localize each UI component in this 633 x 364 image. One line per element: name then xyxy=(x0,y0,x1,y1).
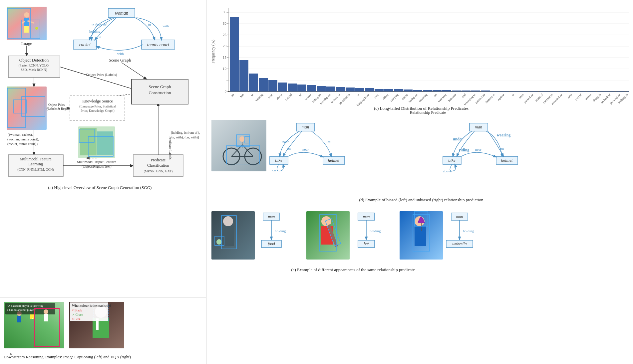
svg-text:wearing: wearing xyxy=(497,133,510,137)
svg-text:Construction: Construction xyxy=(149,90,171,95)
svg-rect-167 xyxy=(626,91,629,91)
svg-text:of: of xyxy=(298,93,302,97)
svg-rect-136 xyxy=(326,87,335,91)
svg-text:bike: bike xyxy=(275,158,282,163)
svg-text:against: against xyxy=(497,93,505,101)
svg-text:(racket, tennis court)}: (racket, tennis court)} xyxy=(7,142,38,146)
svg-text:tennis court: tennis court xyxy=(147,42,170,47)
svg-text:What colour is the man's tie?: What colour is the man's tie? xyxy=(72,304,112,307)
svg-rect-137 xyxy=(336,87,345,91)
svg-text:watching: watching xyxy=(437,93,448,103)
svg-text:with: with xyxy=(117,52,124,56)
svg-text:riding: riding xyxy=(459,148,469,152)
svg-rect-156 xyxy=(519,91,528,91)
svg-text:near: near xyxy=(282,140,289,144)
svg-rect-150 xyxy=(462,91,471,91)
svg-rect-139 xyxy=(355,88,364,91)
svg-text:between: between xyxy=(448,93,457,102)
svg-text:on: on xyxy=(433,93,438,97)
svg-text:man: man xyxy=(456,214,463,219)
svg-rect-149 xyxy=(452,91,461,91)
svg-text:✓ Green: ✓ Green xyxy=(72,313,83,316)
svg-rect-7 xyxy=(26,26,29,33)
svg-point-85 xyxy=(44,309,48,314)
svg-rect-163 xyxy=(587,91,596,91)
svg-rect-133 xyxy=(297,85,306,91)
svg-text:× Blue: × Blue xyxy=(72,317,81,321)
svg-rect-140 xyxy=(365,88,374,91)
appearances-section: man holding food man holding bat xyxy=(206,206,633,364)
chart-svg: 0 5 10 15 20 25 30 35 Frequency (%) xyxy=(210,3,633,115)
svg-text:made of: made of xyxy=(534,93,544,102)
svg-text:carrying: carrying xyxy=(390,93,399,102)
svg-text:has: has xyxy=(239,93,244,98)
svg-rect-160 xyxy=(558,91,567,91)
svg-point-250 xyxy=(223,216,233,226)
svg-text:on: on xyxy=(98,35,102,39)
svg-text:Scene Graph: Scene Graph xyxy=(149,84,171,89)
svg-point-253 xyxy=(216,239,222,245)
svg-text:35: 35 xyxy=(223,10,227,14)
svg-rect-274 xyxy=(415,226,426,246)
svg-text:holding: holding xyxy=(275,229,286,233)
svg-text:(Faster RCNN, YOLO,: (Faster RCNN, YOLO, xyxy=(19,64,50,68)
svg-text:{holding, in front of},: {holding, in front of}, xyxy=(170,131,200,134)
svg-text:covering: covering xyxy=(418,93,428,103)
svg-text:a ball to another player": a ball to another player" xyxy=(7,308,36,311)
svg-text:man: man xyxy=(268,214,275,219)
svg-text:15: 15 xyxy=(223,55,227,59)
svg-rect-78 xyxy=(17,316,21,322)
svg-text:flying in: flying in xyxy=(592,93,602,102)
svg-text:Multimodal Feature: Multimodal Feature xyxy=(20,157,52,161)
left-panel: Image Object Detection (Faster RCNN, YOL… xyxy=(0,0,206,364)
svg-text:behind: behind xyxy=(304,93,312,101)
svg-text:at: at xyxy=(356,93,360,97)
svg-text:near: near xyxy=(302,147,309,151)
svg-rect-141 xyxy=(375,89,384,91)
svg-text:bat: bat xyxy=(364,242,369,246)
svg-rect-134 xyxy=(307,85,316,91)
svg-point-8 xyxy=(35,27,38,30)
svg-rect-154 xyxy=(500,91,509,91)
svg-text:near: near xyxy=(475,147,481,151)
sgg-diagram: Image Object Detection (Faster RCNN, YOL… xyxy=(3,3,203,294)
svg-text:(b) Downstream Reasoning Examp: (b) Downstream Reasoning Examples: Image… xyxy=(3,355,131,359)
svg-text:(MPNN, GNN, GAT): (MPNN, GNN, GAT) xyxy=(144,169,173,173)
svg-text:in: in xyxy=(148,23,151,27)
svg-line-73 xyxy=(122,63,147,79)
svg-point-2 xyxy=(24,12,29,18)
svg-text:(e) Example of different appea: (e) Example of different appearances of … xyxy=(291,267,415,272)
right-panel: 0 5 10 15 20 25 30 35 Frequency (%) xyxy=(206,0,633,364)
svg-rect-148 xyxy=(442,90,451,91)
svg-point-220 xyxy=(239,136,245,142)
svg-rect-138 xyxy=(346,88,355,91)
svg-rect-132 xyxy=(288,84,297,91)
svg-text:Frequency (%): Frequency (%) xyxy=(211,40,215,64)
svg-rect-6 xyxy=(24,26,26,33)
svg-rect-143 xyxy=(394,89,403,91)
svg-text:above: above xyxy=(276,93,283,100)
svg-text:holding: holding xyxy=(463,229,474,233)
svg-text:Object Pairs (Labels): Object Pairs (Labels) xyxy=(86,73,117,77)
appearances-svg: man holding food man holding bat xyxy=(210,210,633,286)
svg-text:0: 0 xyxy=(225,89,227,93)
svg-text:on: on xyxy=(230,93,235,97)
svg-text:30: 30 xyxy=(223,21,227,25)
svg-rect-164 xyxy=(597,91,606,91)
svg-rect-162 xyxy=(577,91,586,91)
svg-rect-147 xyxy=(433,90,442,91)
svg-text:(d) Example of biased (left) a: (d) Example of biased (left) and unbiase… xyxy=(359,197,483,202)
svg-text:in: in xyxy=(250,93,254,97)
svg-text:helmet: helmet xyxy=(501,158,513,163)
svg-text:looking at: looking at xyxy=(484,93,495,104)
svg-text:above: above xyxy=(443,169,452,173)
svg-text:eating: eating xyxy=(401,93,409,100)
svg-text:parked on: parked on xyxy=(523,93,534,104)
svg-rect-82 xyxy=(30,314,35,319)
chart-section: 0 5 10 15 20 25 30 35 Frequency (%) xyxy=(206,0,633,113)
svg-text:near: near xyxy=(267,93,273,99)
svg-text:helmet: helmet xyxy=(328,158,340,163)
svg-text:under: under xyxy=(453,137,463,141)
svg-rect-127 xyxy=(239,60,248,91)
svg-text:wearing: wearing xyxy=(254,93,264,102)
